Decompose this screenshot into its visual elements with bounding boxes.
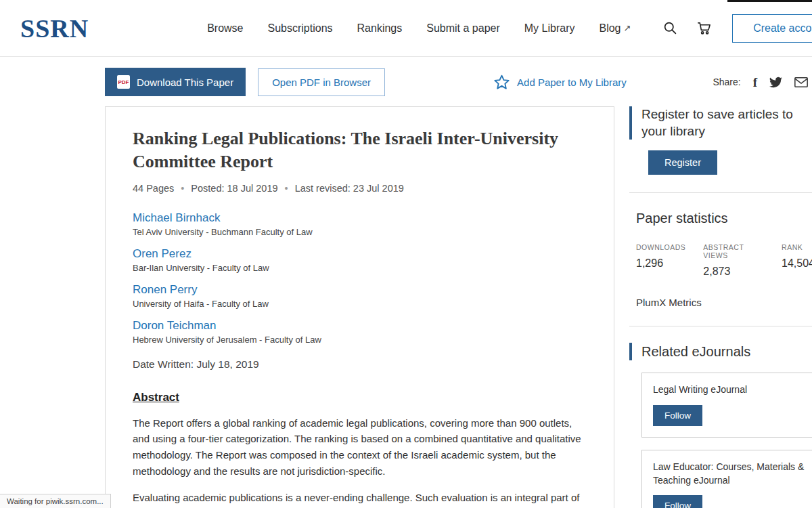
journal-card: Law Educator: Courses, Materials & Teach… <box>641 450 812 508</box>
follow-button[interactable]: Follow <box>653 405 702 426</box>
download-paper-button[interactable]: PDF Download This Paper <box>105 68 246 96</box>
search-icon <box>663 21 677 35</box>
paper-actions-row: PDF Download This Paper Open PDF in Brow… <box>105 68 812 96</box>
date-written: Date Written: July 18, 2019 <box>133 358 587 371</box>
share-section: Share: f <box>713 76 812 89</box>
author-affiliation: Tel Aviv University - Buchmann Faculty o… <box>133 227 587 237</box>
search-button[interactable] <box>663 21 677 35</box>
header-icons <box>663 20 712 36</box>
nav-subscriptions[interactable]: Subscriptions <box>268 22 333 35</box>
journal-link[interactable]: Legal Writing eJournal <box>653 383 812 396</box>
stat-downloads: DOWNLOADS 1,296 <box>636 243 685 278</box>
stat-value: 2,873 <box>703 266 764 278</box>
create-account-button[interactable]: Create account <box>732 14 812 43</box>
related-ejournals-heading: Related eJournals <box>641 343 750 360</box>
stat-label: ABSTRACT VIEWS <box>703 243 764 259</box>
related-ejournals: Related eJournals Legal Writing eJournal… <box>629 343 812 508</box>
sidebar-divider <box>629 326 812 326</box>
stat-value: 1,296 <box>636 257 685 270</box>
share-label: Share: <box>713 77 740 87</box>
cart-button[interactable] <box>696 20 712 36</box>
nav-blog-label: Blog <box>599 22 621 35</box>
paper-statistics: Paper statistics DOWNLOADS 1,296 ABSTRAC… <box>629 209 812 308</box>
author-entry: Michael Birnhack Tel Aviv University - B… <box>133 211 587 237</box>
nav-browse[interactable]: Browse <box>207 22 243 35</box>
top-edge-artifact <box>727 0 812 2</box>
nav-my-library[interactable]: My Library <box>524 22 575 35</box>
author-entry: Oren Perez Bar-Ilan University - Faculty… <box>133 247 587 273</box>
stats-row: DOWNLOADS 1,296 ABSTRACT VIEWS 2,873 RAN… <box>636 243 812 278</box>
author-list: Michael Birnhack Tel Aviv University - B… <box>133 211 587 345</box>
paper-card: Ranking Legal Publications: The Israeli … <box>105 106 614 508</box>
paper-meta: 44 Pages Posted: 18 Jul 2019 Last revise… <box>133 183 587 194</box>
revised-date: Last revised: 23 Jul 2019 <box>278 183 404 194</box>
register-button[interactable]: Register <box>648 150 717 175</box>
nav-submit-paper[interactable]: Submit a paper <box>426 22 500 35</box>
stat-label: DOWNLOADS <box>636 243 685 251</box>
page: SSRN Browse Subscriptions Rankings Submi… <box>0 0 812 508</box>
stat-value: 14,504 <box>782 257 812 270</box>
open-pdf-button[interactable]: Open PDF in Browser <box>258 68 385 96</box>
stat-label: RANK <box>782 243 812 251</box>
author-affiliation: University of Haifa - Faculty of Law <box>133 299 587 309</box>
ssrn-logo[interactable]: SSRN <box>20 14 89 43</box>
plumx-metrics-link[interactable]: PlumX Metrics <box>636 297 812 308</box>
add-to-library-label: Add Paper to My Library <box>517 77 627 88</box>
twitter-icon[interactable] <box>769 76 782 89</box>
main-nav: Browse Subscriptions Rankings Submit a p… <box>207 22 631 35</box>
author-entry: Ronen Perry University of Haifa - Facult… <box>133 283 587 309</box>
content-columns: Ranking Legal Publications: The Israeli … <box>105 106 812 508</box>
paper-statistics-heading: Paper statistics <box>636 209 812 227</box>
pdf-icon: PDF <box>117 75 130 89</box>
author-entry: Doron Teichman Hebrew University of Jeru… <box>133 319 587 345</box>
journal-card: Legal Writing eJournal Follow <box>641 373 812 437</box>
journal-link[interactable]: Law Educator: Courses, Materials & Teach… <box>653 460 812 488</box>
abstract-paragraph-1: The Report offers a global ranking of ac… <box>133 415 587 480</box>
email-icon[interactable] <box>794 77 808 87</box>
facebook-icon[interactable]: f <box>753 76 757 89</box>
stat-rank: RANK 14,504 <box>782 243 812 278</box>
accent-bar <box>629 343 632 360</box>
cart-icon <box>696 20 712 36</box>
browser-status-bar: Waiting for piwik.ssrn.com... <box>0 494 111 508</box>
author-affiliation: Bar-Ilan University - Faculty of Law <box>133 263 587 273</box>
posted-date: Posted: 18 Jul 2019 <box>174 183 277 194</box>
stat-abstract-views: ABSTRACT VIEWS 2,873 <box>703 243 764 278</box>
site-header: SSRN Browse Subscriptions Rankings Submi… <box>0 0 812 57</box>
register-box: Register to save articles to your librar… <box>629 106 812 175</box>
abstract-paragraph-2: Evaluating academic publications is a ne… <box>133 490 587 508</box>
sidebar-divider <box>629 192 812 193</box>
author-link[interactable]: Michael Birnhack <box>133 211 220 225</box>
star-icon <box>493 74 510 91</box>
accent-bar <box>629 106 632 140</box>
external-link-icon: ↗ <box>624 23 631 33</box>
author-affiliation: Hebrew University of Jerusalem - Faculty… <box>133 335 587 345</box>
author-link[interactable]: Ronen Perry <box>133 283 197 297</box>
author-link[interactable]: Oren Perez <box>133 247 191 261</box>
author-link[interactable]: Doron Teichman <box>133 319 216 333</box>
nav-blog[interactable]: Blog ↗ <box>599 22 631 35</box>
page-count: 44 Pages <box>133 183 174 194</box>
follow-button[interactable]: Follow <box>653 495 702 508</box>
nav-rankings[interactable]: Rankings <box>357 22 403 35</box>
paper-title: Ranking Legal Publications: The Israeli … <box>133 127 583 173</box>
sidebar: Register to save articles to your librar… <box>629 106 812 508</box>
abstract-heading: Abstract <box>133 391 587 404</box>
add-to-library-button[interactable]: Add Paper to My Library <box>493 74 627 91</box>
register-heading: Register to save articles to your librar… <box>641 106 794 140</box>
download-paper-label: Download This Paper <box>137 77 233 88</box>
